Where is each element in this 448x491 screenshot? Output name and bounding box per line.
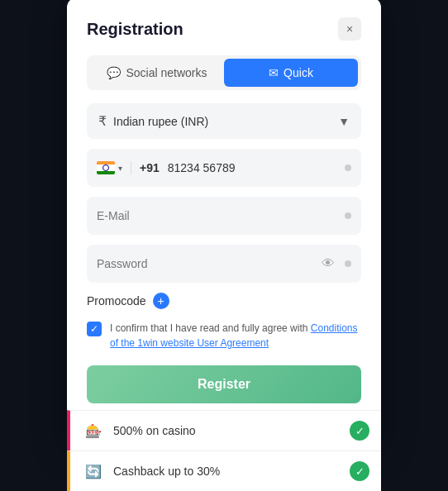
chevron-down-icon: ▼ [338, 115, 350, 128]
close-button[interactable]: × [338, 17, 361, 41]
close-icon: × [346, 22, 353, 36]
cashback-icon: 🔄 [82, 460, 105, 483]
social-icon: 💬 [107, 66, 121, 79]
phone-country-code: +91 [131, 161, 168, 174]
tab-quick[interactable]: ✉ Quick [224, 59, 358, 87]
currency-label: Indian rupee (INR) [113, 115, 208, 128]
tab-quick-label: Quick [284, 66, 313, 79]
agree-row: ✓ I confirm that I have read and fully a… [87, 321, 361, 350]
email-row [87, 197, 361, 235]
promo-cashback-text: Cashback up to 30% [113, 465, 341, 478]
password-input[interactable] [97, 257, 322, 270]
password-row: 👁 [87, 245, 361, 283]
currency-left: ₹ Indian rupee (INR) [98, 113, 208, 129]
email-input[interactable] [97, 209, 340, 222]
india-flag [97, 161, 115, 174]
flag-chevron-icon: ▾ [118, 164, 122, 173]
promocode-label: Promocode [87, 294, 146, 307]
add-promocode-button[interactable]: + [153, 293, 169, 309]
phone-row: ▾ +91 [87, 149, 361, 187]
eye-icon[interactable]: 👁 [322, 256, 335, 271]
promo-casino-text: 500% on casino [113, 424, 341, 437]
country-flag-selector[interactable]: ▾ [97, 161, 131, 174]
tab-bar: 💬 Social networks ✉ Quick [87, 55, 361, 90]
quick-icon: ✉ [269, 66, 279, 79]
promo-casino: 🎰 500% on casino ✓ [67, 410, 381, 450]
password-info-dot [345, 260, 351, 267]
email-info-dot [345, 212, 351, 219]
modal-title: Registration [87, 20, 183, 39]
tab-social[interactable]: 💬 Social networks [90, 59, 224, 87]
registration-modal: Registration × 💬 Social networks ✉ Quick… [67, 0, 381, 444]
agree-text: I confirm that I have read and fully agr… [110, 321, 361, 350]
rupee-symbol: ₹ [98, 113, 107, 129]
currency-selector[interactable]: ₹ Indian rupee (INR) ▼ [87, 103, 361, 139]
phone-info-dot [345, 164, 351, 171]
checkmark-icon: ✓ [90, 323, 98, 335]
casino-icon: 🎰 [82, 419, 105, 442]
modal-header: Registration × [87, 17, 361, 41]
register-button[interactable]: Register [87, 365, 361, 403]
promo-cashback-check: ✓ [350, 461, 369, 481]
promocode-row: Promocode + [87, 293, 361, 309]
promo-cashback: 🔄 Cashback up to 30% ✓ [67, 450, 381, 491]
agree-checkbox[interactable]: ✓ [87, 322, 102, 336]
promo-casino-check: ✓ [350, 421, 369, 441]
promo-banners: 🎰 500% on casino ✓ 🔄 Cashback up to 30% … [67, 410, 381, 491]
phone-input[interactable] [168, 161, 340, 174]
tab-social-label: Social networks [126, 66, 207, 79]
